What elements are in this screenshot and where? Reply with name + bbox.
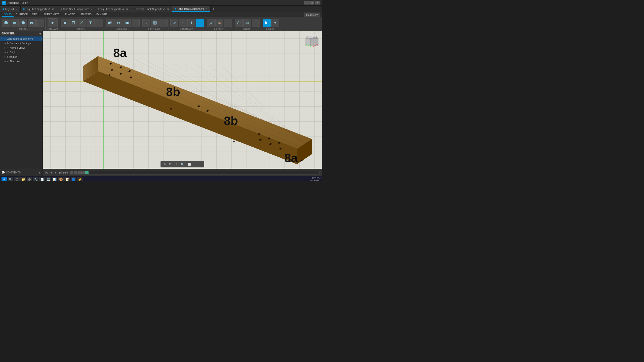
clock-area[interactable]: 5:44 PM 8/14/2024 bbox=[310, 176, 320, 181]
ws-tab-surface[interactable]: SURFACE bbox=[14, 13, 30, 17]
timeline-end-button[interactable]: ▶▶| bbox=[63, 171, 67, 175]
modify-shell-button[interactable] bbox=[69, 19, 77, 27]
create-buttons: ⋯ bbox=[2, 18, 44, 28]
assemble-joint-button[interactable] bbox=[114, 19, 123, 27]
construct-more-button[interactable]: ⋯ bbox=[196, 19, 204, 27]
browser-item-origin[interactable]: ▶ ✦ Origin bbox=[0, 50, 43, 55]
timeline-step[interactable] bbox=[81, 171, 85, 174]
ws-tab-solid[interactable]: SOLID bbox=[2, 13, 14, 17]
browser-item-long-table[interactable]: ▼ ⬡ Long Table Supports v4 ⚙ bbox=[0, 36, 43, 41]
design-mode-dropdown[interactable]: DESIGN ▾ bbox=[304, 13, 320, 17]
browser-item-named-views[interactable]: ▶ 👁 Named Views bbox=[0, 46, 43, 50]
modify-fillet-button[interactable] bbox=[78, 19, 86, 27]
taskbar-search-button[interactable]: 🔍 bbox=[8, 177, 13, 181]
tab-close-icon[interactable]: ✕ bbox=[15, 8, 18, 11]
tab-long-table[interactable]: Long Table Supports v4 ✕ bbox=[172, 6, 211, 12]
tab-close-icon[interactable]: ✕ bbox=[126, 8, 129, 11]
create-cylinder-button[interactable] bbox=[11, 19, 19, 27]
nav-cube[interactable] bbox=[304, 33, 319, 49]
select-button[interactable] bbox=[263, 19, 271, 27]
ws-tab-plastic[interactable]: PLASTIC bbox=[63, 13, 78, 17]
configure-table-button[interactable] bbox=[151, 19, 159, 27]
insert-svg-button[interactable]: SVG bbox=[243, 19, 251, 27]
maximize-button[interactable]: □ bbox=[309, 1, 314, 5]
taskbar-app-2[interactable]: 📄 bbox=[39, 177, 45, 181]
configure-param-button[interactable]: f(x) bbox=[142, 19, 150, 27]
assemble-rigid-button[interactable] bbox=[123, 19, 131, 27]
insert-mesh-button[interactable] bbox=[235, 19, 243, 27]
viewport-view-button[interactable]: ⬜ bbox=[187, 162, 191, 166]
taskbar-app-5[interactable]: 🎨 bbox=[58, 177, 64, 181]
viewport-grid-button[interactable]: ⊞ bbox=[168, 162, 172, 166]
viewport-zoom-button[interactable]: 🔍 bbox=[180, 162, 185, 166]
viewport-more-button[interactable]: ⋮ bbox=[198, 162, 203, 166]
modify-more-button[interactable]: ⋯ bbox=[95, 19, 103, 27]
tab-close-icon[interactable]: ✕ bbox=[167, 8, 170, 11]
taskbar-start-button[interactable]: ⊞ bbox=[2, 177, 7, 181]
modify-press-pull-button[interactable] bbox=[61, 19, 69, 27]
taskbar-app-7[interactable]: 🔵 bbox=[71, 177, 76, 181]
close-button[interactable]: ✕ bbox=[315, 1, 320, 5]
create-sphere-button[interactable] bbox=[19, 19, 27, 27]
minimize-button[interactable]: ─ bbox=[304, 1, 309, 5]
tab-close-icon[interactable]: ✕ bbox=[90, 8, 93, 11]
assemble-new-comp-button[interactable] bbox=[106, 19, 114, 27]
taskbar-app-4[interactable]: 📊 bbox=[52, 177, 57, 181]
timeline-track[interactable] bbox=[69, 171, 319, 175]
taskbar-app-1[interactable]: 🔧 bbox=[33, 177, 38, 181]
viewport-display-button[interactable]: ≡ bbox=[192, 162, 197, 166]
taskbar-file-explorer-button[interactable]: 📁 bbox=[20, 177, 26, 181]
select-filter-button[interactable] bbox=[271, 19, 279, 27]
ws-tab-manage[interactable]: MANAGE bbox=[94, 13, 109, 17]
modify-scale-button[interactable] bbox=[87, 19, 95, 27]
inspect-measure-button[interactable]: cm bbox=[207, 19, 215, 27]
viewport-orbit-button[interactable]: ↺ bbox=[173, 162, 178, 166]
browser-item-bodies[interactable]: ▶ ◈ Bodies bbox=[0, 55, 43, 59]
configure-more-button[interactable]: ⋯ bbox=[159, 19, 168, 27]
ws-tab-mesh[interactable]: MESH bbox=[30, 13, 41, 17]
browser-collapse-button[interactable]: ◀ bbox=[39, 32, 41, 35]
inspect-more-button[interactable]: ⋯ bbox=[224, 19, 232, 27]
timeline-step[interactable] bbox=[77, 171, 81, 174]
timeline-play-button[interactable]: ▶ bbox=[54, 171, 58, 175]
timeline-start-button[interactable]: |◀ bbox=[44, 171, 48, 175]
tab-close-icon[interactable]: ✕ bbox=[205, 8, 208, 10]
timeline-step[interactable] bbox=[74, 171, 77, 174]
tab-long-shelf[interactable]: Long Shelf Supports v2 ✕ bbox=[96, 6, 131, 12]
construct-offset-plane-button[interactable] bbox=[170, 19, 178, 27]
viewport[interactable]: 8a 8b 8b 8a ⊕ ⊞ ↺ bbox=[43, 31, 322, 169]
taskbar-chrome-button[interactable]: ⊙ bbox=[27, 177, 32, 181]
automate-button[interactable] bbox=[48, 18, 58, 27]
construct-point-button[interactable] bbox=[187, 19, 195, 27]
taskbar-app-8[interactable]: ⚡ bbox=[77, 177, 83, 181]
taskbar-app-6[interactable]: 📝 bbox=[64, 177, 70, 181]
tab-close-icon[interactable]: ✕ bbox=[51, 8, 54, 11]
configure-buttons: f(x) ⋯ bbox=[142, 18, 168, 28]
inspect-interference-button[interactable] bbox=[215, 19, 223, 27]
browser-item-sketches[interactable]: ▶ ✏ Sketches bbox=[0, 59, 43, 64]
insert-more-button[interactable]: ⋯ bbox=[252, 19, 260, 27]
timeline-next-button[interactable]: ▶| bbox=[59, 171, 63, 175]
new-tab-button[interactable]: + bbox=[211, 6, 216, 12]
create-more-button[interactable]: ⋯ bbox=[36, 19, 44, 27]
browser-item-doc-settings[interactable]: ▶ ⚙ Document Settings bbox=[0, 41, 43, 46]
tab-outside-shelf[interactable]: Outside Shelf Supports v2 ✕ bbox=[57, 6, 96, 12]
create-torus-button[interactable] bbox=[28, 19, 36, 27]
construct-axis-button[interactable] bbox=[179, 19, 187, 27]
browser-item-label: Bodies bbox=[9, 56, 17, 58]
settings-icon[interactable]: ⚙ bbox=[41, 37, 43, 40]
ws-tab-utilities[interactable]: UTILITIES bbox=[78, 13, 94, 17]
viewport-cursor-button[interactable]: ⊕ bbox=[162, 162, 167, 166]
create-box-button[interactable] bbox=[2, 19, 10, 27]
ws-tab-sheet-metal[interactable]: SHEET METAL bbox=[42, 13, 63, 17]
timeline-prev-button[interactable]: ◀ bbox=[49, 171, 53, 175]
tab-legs[interactable]: Legs v4 ✕ bbox=[0, 6, 21, 12]
tab-horiz-shelf[interactable]: Horizontal Shelf Supports v1 ✕ bbox=[131, 6, 173, 12]
timeline-step[interactable] bbox=[70, 171, 73, 174]
taskbar-app-3[interactable]: 💻 bbox=[46, 177, 51, 181]
comments-expand-icon[interactable]: ▲ bbox=[38, 171, 41, 174]
taskbar-task-view-button[interactable]: ❐ bbox=[14, 177, 20, 181]
timeline-step-active[interactable] bbox=[85, 171, 89, 174]
tab-leg-shelf[interactable]: Leg Shelf Supports v1 ✕ bbox=[21, 6, 57, 12]
assemble-more-button[interactable]: ⋯ bbox=[132, 19, 140, 27]
